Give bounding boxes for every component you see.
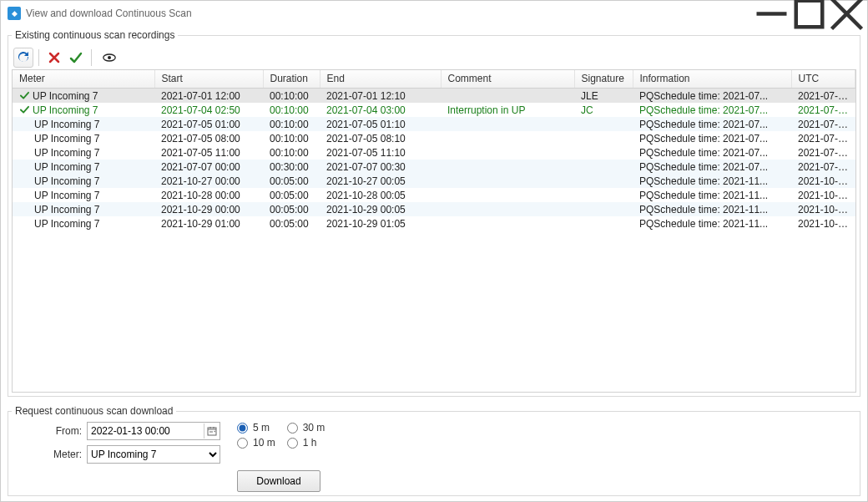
- cell-utc: 2021-07-04 23:00: [791, 117, 855, 131]
- cell-information: PQSchedule time: 2021-11...: [633, 216, 791, 231]
- delete-button[interactable]: [44, 48, 64, 68]
- existing-recordings-group: Existing continuous scan recordings: [8, 29, 860, 397]
- checkmark-icon: [19, 105, 29, 115]
- table-row[interactable]: UP Incoming 72021-10-29 01:0000:05:00202…: [13, 216, 855, 231]
- cell-signature: [574, 145, 633, 160]
- cell-meter: UP Incoming 7: [34, 161, 100, 173]
- col-meter[interactable]: Meter: [13, 70, 154, 89]
- table-row[interactable]: UP Incoming 72021-07-05 11:0000:10:00202…: [13, 145, 855, 160]
- cell-end: 2021-07-05 01:10: [320, 117, 441, 131]
- cell-information: PQSchedule time: 2021-07...: [633, 131, 791, 145]
- cell-comment: [441, 202, 574, 216]
- refresh-button[interactable]: [13, 48, 33, 68]
- duration-radios: 5 m 30 m 10 m 1 h: [237, 422, 325, 449]
- cell-signature: [574, 160, 633, 174]
- svg-point-2: [108, 56, 111, 59]
- cell-signature: [574, 174, 633, 188]
- table-row[interactable]: UP Incoming 72021-07-04 02:5000:10:00202…: [13, 103, 855, 117]
- toolbar: [12, 46, 856, 69]
- download-button[interactable]: Download: [237, 470, 320, 492]
- radio-10m[interactable]: 10 m: [237, 437, 275, 449]
- cell-duration: 00:10:00: [263, 117, 320, 131]
- minimize-button[interactable]: [753, 2, 790, 26]
- col-duration[interactable]: Duration: [263, 70, 320, 89]
- cell-meter: UP Incoming 7: [33, 104, 98, 116]
- cell-signature: [574, 131, 633, 145]
- cell-meter: UP Incoming 7: [34, 147, 100, 159]
- recordings-grid[interactable]: Meter Start Duration End Comment Signatu…: [12, 69, 856, 393]
- col-utc[interactable]: UTC: [791, 70, 855, 89]
- col-information[interactable]: Information: [633, 70, 791, 89]
- cell-start: 2021-07-01 12:00: [154, 89, 263, 104]
- cell-meter: UP Incoming 7: [34, 133, 100, 145]
- meter-select[interactable]: UP Incoming 7: [87, 445, 220, 464]
- toolbar-separator: [38, 49, 39, 66]
- table-row[interactable]: UP Incoming 72021-07-01 12:0000:10:00202…: [13, 89, 855, 104]
- cell-end: 2021-10-29 01:05: [320, 216, 441, 231]
- cell-duration: 00:10:00: [263, 103, 320, 117]
- cell-comment: [441, 89, 574, 104]
- cell-comment: [441, 145, 574, 160]
- cell-comment: Interruption in UP: [441, 103, 574, 117]
- cell-information: PQSchedule time: 2021-07...: [633, 89, 791, 104]
- from-label: From:: [12, 425, 87, 437]
- table-row[interactable]: UP Incoming 72021-10-29 00:0000:05:00202…: [13, 202, 855, 216]
- cell-meter: UP Incoming 7: [33, 90, 98, 102]
- calendar-dropdown-icon[interactable]: [204, 423, 219, 439]
- cell-signature: [574, 202, 633, 216]
- approve-button[interactable]: [66, 48, 86, 68]
- cell-start: 2021-10-29 01:00: [154, 216, 263, 231]
- table-row[interactable]: UP Incoming 72021-10-28 00:0000:05:00202…: [13, 188, 855, 202]
- cell-start: 2021-07-05 01:00: [154, 117, 263, 131]
- cell-comment: [441, 117, 574, 131]
- cell-information: PQSchedule time: 2021-11...: [633, 188, 791, 202]
- cell-end: 2021-10-27 00:05: [320, 174, 441, 188]
- cell-comment: [441, 174, 574, 188]
- cell-meter: UP Incoming 7: [34, 218, 100, 230]
- titlebar: ◆ View and download Continuous Scan: [1, 1, 867, 26]
- cell-meter: UP Incoming 7: [34, 119, 100, 130]
- cell-start: 2021-07-05 11:00: [154, 145, 263, 160]
- radio-30m[interactable]: 30 m: [287, 422, 326, 434]
- app-icon: ◆: [8, 7, 21, 20]
- cell-signature: JLE: [574, 89, 633, 104]
- meter-label: Meter:: [12, 449, 87, 460]
- cell-start: 2021-10-28 00:00: [154, 188, 263, 202]
- cell-information: PQSchedule time: 2021-07...: [633, 117, 791, 131]
- cell-signature: JC: [574, 103, 633, 117]
- maximize-button[interactable]: [790, 2, 828, 26]
- radio-5m[interactable]: 5 m: [237, 422, 275, 434]
- request-download-label: Request continuous scan download: [12, 405, 176, 417]
- cell-signature: [574, 117, 633, 131]
- cell-information: PQSchedule time: 2021-07...: [633, 160, 791, 174]
- cell-duration: 00:05:00: [263, 202, 320, 216]
- cell-start: 2021-07-07 00:00: [154, 160, 263, 174]
- view-button[interactable]: [97, 48, 122, 68]
- app-window: ◆ View and download Continuous Scan Exis…: [0, 0, 868, 502]
- table-row[interactable]: UP Incoming 72021-07-05 01:0000:10:00202…: [13, 117, 855, 131]
- table-row[interactable]: UP Incoming 72021-07-05 08:0000:10:00202…: [13, 131, 855, 145]
- cell-end: 2021-07-05 11:10: [320, 145, 441, 160]
- cell-meter: UP Incoming 7: [34, 190, 100, 201]
- grid-header[interactable]: Meter Start Duration End Comment Signatu…: [13, 70, 855, 89]
- col-start[interactable]: Start: [154, 70, 263, 89]
- cell-information: PQSchedule time: 2021-07...: [633, 103, 791, 117]
- table-row[interactable]: UP Incoming 72021-10-27 00:0000:05:00202…: [13, 174, 855, 188]
- cell-duration: 00:30:00: [263, 160, 320, 174]
- col-signature[interactable]: Signature: [574, 70, 633, 89]
- col-comment[interactable]: Comment: [441, 70, 574, 89]
- close-button[interactable]: [828, 2, 865, 26]
- cell-utc: 2021-07-04 00:50: [791, 103, 855, 117]
- cell-start: 2021-07-04 02:50: [154, 103, 263, 117]
- col-end[interactable]: End: [320, 70, 441, 89]
- cell-duration: 00:10:00: [263, 131, 320, 145]
- cell-end: 2021-07-01 12:10: [320, 89, 441, 104]
- from-input[interactable]: [87, 422, 220, 440]
- cell-duration: 00:10:00: [263, 145, 320, 160]
- table-row[interactable]: UP Incoming 72021-07-07 00:0000:30:00202…: [13, 160, 855, 174]
- radio-1h[interactable]: 1 h: [287, 437, 326, 449]
- request-download-group: Request continuous scan download From: M…: [8, 405, 860, 496]
- cell-comment: [441, 160, 574, 174]
- existing-recordings-label: Existing continuous scan recordings: [12, 29, 178, 41]
- cell-information: PQSchedule time: 2021-11...: [633, 174, 791, 188]
